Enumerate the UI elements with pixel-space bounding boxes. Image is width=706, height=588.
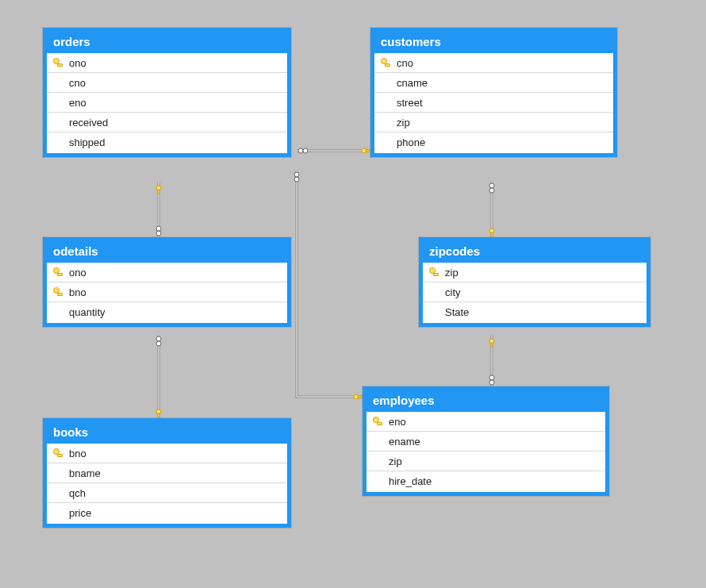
table-title: odetails: [47, 241, 287, 263]
key-icon: [373, 417, 382, 426]
endpoint-fk-marker: [156, 226, 161, 236]
table-row[interactable]: received: [47, 113, 287, 133]
svg-point-16: [489, 183, 494, 188]
table-row[interactable]: qch: [47, 483, 287, 503]
column-name: ename: [389, 436, 600, 448]
key-icon: [53, 267, 63, 277]
svg-rect-3: [366, 150, 370, 152]
svg-rect-15: [158, 413, 159, 417]
column-name: zip: [397, 117, 608, 129]
key-icon: [53, 448, 63, 458]
column-name: eno: [389, 416, 600, 428]
table-row[interactable]: price: [47, 503, 287, 522]
table-row[interactable]: State: [423, 302, 647, 321]
table-zipcodes[interactable]: zipcodes zip city State: [419, 237, 650, 327]
key-icon: [53, 287, 63, 297]
table-row[interactable]: zip: [374, 113, 613, 133]
table-odetails[interactable]: odetails ono bno quantity: [43, 237, 291, 327]
table-row[interactable]: bno: [47, 282, 287, 302]
svg-rect-11: [358, 396, 362, 398]
svg-point-10: [354, 394, 359, 399]
svg-point-1: [303, 148, 308, 153]
svg-point-0: [298, 148, 303, 153]
table-title: orders: [47, 32, 287, 53]
table-columns: eno ename zip hire_date: [366, 412, 605, 492]
table-row[interactable]: ono: [47, 263, 287, 282]
table-columns: bno bname qch price: [47, 444, 287, 524]
table-employees[interactable]: employees eno ename zip hire_date: [363, 386, 609, 496]
column-name: State: [445, 306, 642, 318]
column-name: hire_date: [389, 475, 600, 487]
svg-point-7: [156, 231, 161, 236]
svg-rect-19: [491, 233, 493, 236]
table-row[interactable]: eno: [366, 412, 605, 432]
column-name: price: [69, 507, 282, 519]
column-name: ono: [69, 267, 282, 279]
table-title: customers: [374, 32, 613, 53]
table-row[interactable]: zip: [423, 263, 647, 282]
column-name: bname: [69, 467, 282, 479]
svg-point-23: [489, 380, 494, 385]
endpoint-fk-marker: [489, 375, 494, 385]
table-row[interactable]: cno: [47, 73, 287, 93]
table-row[interactable]: zip: [366, 452, 605, 471]
endpoint-pk-marker: [156, 186, 161, 194]
column-name: received: [69, 117, 282, 129]
endpoint-pk-marker: [489, 339, 494, 347]
table-row[interactable]: hire_date: [366, 471, 605, 490]
svg-point-18: [489, 229, 494, 233]
table-row[interactable]: shipped: [47, 133, 287, 152]
endpoint-pk-marker: [354, 394, 362, 399]
column-name: zip: [389, 455, 600, 467]
table-row[interactable]: quantity: [47, 302, 287, 321]
svg-point-2: [362, 148, 366, 153]
column-name: street: [397, 97, 608, 109]
svg-point-20: [489, 339, 494, 344]
column-name: quantity: [69, 306, 282, 318]
svg-point-8: [294, 172, 299, 177]
table-row[interactable]: eno: [47, 93, 287, 113]
column-name: cname: [397, 77, 608, 89]
svg-point-9: [294, 177, 299, 182]
svg-point-14: [156, 409, 161, 414]
table-row[interactable]: street: [374, 93, 613, 113]
key-icon: [53, 58, 63, 67]
table-customers[interactable]: customers cno cname street zip phone: [370, 28, 617, 157]
endpoint-pk-marker: [362, 148, 370, 153]
table-row[interactable]: bname: [47, 463, 287, 483]
column-name: cno: [397, 57, 608, 69]
svg-point-22: [489, 375, 494, 380]
endpoint-fk-marker: [298, 148, 308, 153]
column-name: bno: [69, 286, 282, 298]
diagram-canvas: orders ono cno eno received shipped cust…: [0, 0, 706, 588]
svg-point-4: [156, 186, 161, 190]
table-row[interactable]: ename: [366, 432, 605, 452]
table-title: books: [47, 422, 287, 444]
key-icon: [429, 267, 439, 277]
column-name: eno: [69, 97, 282, 109]
svg-point-12: [156, 336, 161, 341]
table-row[interactable]: ono: [47, 53, 287, 73]
table-row[interactable]: cname: [374, 73, 613, 93]
key-icon: [381, 58, 390, 67]
table-orders[interactable]: orders ono cno eno received shipped: [43, 28, 291, 157]
svg-point-6: [156, 226, 161, 231]
column-name: qch: [69, 487, 282, 499]
column-name: phone: [397, 136, 608, 148]
table-row[interactable]: city: [423, 282, 647, 302]
endpoint-fk-marker: [294, 172, 299, 182]
table-columns: ono cno eno received shipped: [47, 53, 287, 153]
table-title: zipcodes: [423, 241, 647, 263]
endpoint-pk-marker: [156, 409, 161, 417]
column-name: cno: [69, 77, 282, 89]
svg-point-17: [489, 188, 494, 193]
column-name: ono: [69, 57, 282, 69]
column-name: city: [445, 286, 642, 298]
column-name: zip: [445, 267, 642, 279]
table-row[interactable]: phone: [374, 133, 613, 152]
table-row[interactable]: cno: [374, 53, 613, 73]
table-row[interactable]: bno: [47, 444, 287, 463]
table-books[interactable]: books bno bname qch price: [43, 418, 291, 528]
svg-point-13: [156, 341, 161, 346]
endpoint-fk-marker: [156, 336, 161, 346]
